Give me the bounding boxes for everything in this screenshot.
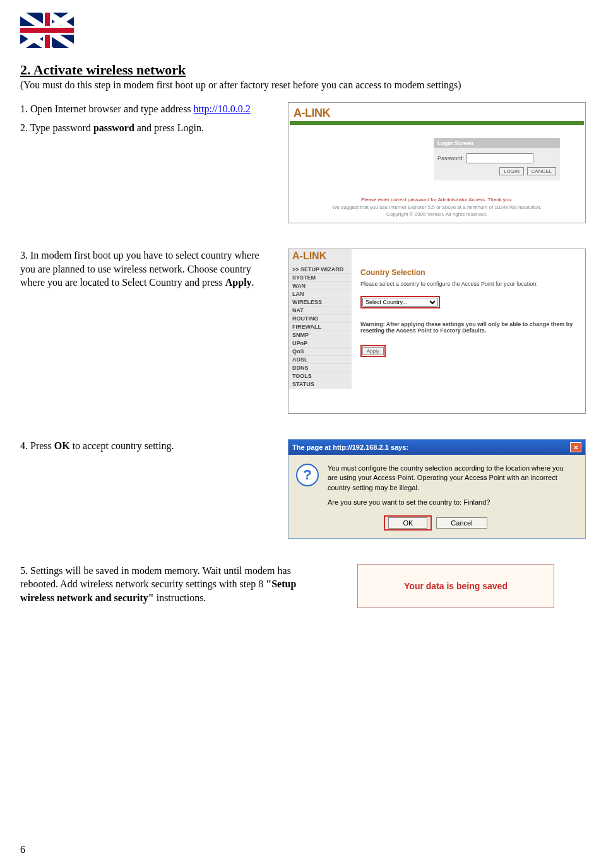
menu-item[interactable]: SNMP [288,331,352,339]
step-5: 5. Settings will be saved in modem memor… [20,564,323,605]
country-select[interactable]: Select Country... [362,298,438,307]
close-icon[interactable]: ✕ [570,442,581,452]
step-2-prefix: 2. Type password [20,122,93,133]
menu-item[interactable]: DDNS [288,364,352,372]
question-icon: ? [296,464,319,486]
step-3-text: 3. In modem first boot up you have to se… [20,250,259,288]
page-number: 6 [20,844,25,855]
confirm-dialog-screenshot: The page at http://192.168.2.1 says: ✕ ?… [288,439,586,539]
step-2: 2. Type password password and press Logi… [20,121,273,135]
login-copyright-text: Copyright © 2006 Vendor. All rights rese… [288,211,585,218]
menu-item[interactable]: STATUS [288,380,352,389]
step-4-suffix: to accept country setting. [70,440,174,451]
menu-item[interactable]: WIRELESS [288,298,352,307]
brand-logo: A-LINK [288,103,585,121]
dialog-body-1: You must configure the country selection… [328,464,575,493]
step-3: 3. In modem first boot up you have to se… [20,249,273,290]
menu-item[interactable]: FIREWALL [288,323,352,331]
step-5-suffix: instructions. [154,592,206,603]
menu-item[interactable]: ADSL [288,356,352,364]
step-3-suffix: . [252,277,254,288]
step-1-text: 1. Open Internet browser and type addres… [20,103,194,114]
menu-item[interactable]: LAN [288,290,352,298]
modem-url-link[interactable]: http://10.0.0.2 [194,103,251,114]
login-screenshot: A-LINK Login Screen Password: LOGIN CANC… [288,102,586,223]
step-4-prefix: 4. Press [20,440,54,451]
login-suggestion-text: We suggest that you use Internet Explore… [288,204,585,211]
login-warning-text: Please enter correct password for Admini… [288,196,585,203]
dialog-title: The page at http://192.168.2.1 says: [292,443,408,451]
dialog-body-2: Are you sure you want to set the country… [328,498,575,507]
country-warning-text: Warning: After applying these settings y… [360,321,579,334]
cancel-button[interactable]: CANCEL [527,167,556,175]
password-input[interactable] [466,153,533,163]
ok-highlight: OK [384,515,432,531]
apply-button[interactable]: Apply [362,347,384,355]
section-heading: 2. Activate wireless network [20,62,586,78]
step-3-bold: Apply [225,277,252,288]
step-2-suffix: and press Login. [134,122,204,133]
menu-item[interactable]: UPnP [288,339,352,348]
ok-button[interactable]: OK [388,517,427,529]
section-subtitle: (You must do this step in modem first bo… [20,79,586,91]
saving-text: Your data is being saved [404,581,508,591]
password-label: Password: [437,155,464,161]
saving-status-screenshot: Your data is being saved [357,564,554,608]
menu-item[interactable]: TOOLS [288,372,352,380]
menu-item[interactable]: WAN [288,282,352,290]
login-button[interactable]: LOGIN [499,167,524,175]
menu-item[interactable]: ROUTING [288,315,352,323]
step-2-bold: password [93,122,134,133]
menu-item[interactable]: QoS [288,348,352,356]
menu-item[interactable]: SYSTEM [288,274,352,282]
uk-flag-icon [20,13,74,48]
cancel-button[interactable]: Cancel [436,517,487,529]
country-selection-title: Country Selection [360,268,579,277]
apply-highlight: Apply [360,345,386,357]
select-country-highlight: Select Country... [360,296,440,308]
sidebar-menu: >> SETUP WIZARD SYSTEM WAN LAN WIRELESS … [288,249,352,389]
login-screen-title: Login Screen [434,138,560,148]
country-selection-subtitle: Please select a country to configure the… [360,281,579,287]
step-4-bold: OK [54,440,70,451]
step-5-prefix: 5. Settings will be saved in modem memor… [20,565,291,590]
step-1: 1. Open Internet browser and type addres… [20,102,273,116]
country-selection-screenshot: A-LINK >> SETUP WIZARD SYSTEM WAN LAN WI… [288,249,586,414]
menu-item[interactable]: >> SETUP WIZARD [288,266,352,274]
brand-logo: A-LINK [292,250,326,262]
menu-item[interactable]: NAT [288,307,352,315]
step-4: 4. Press OK to accept country setting. [20,439,273,453]
